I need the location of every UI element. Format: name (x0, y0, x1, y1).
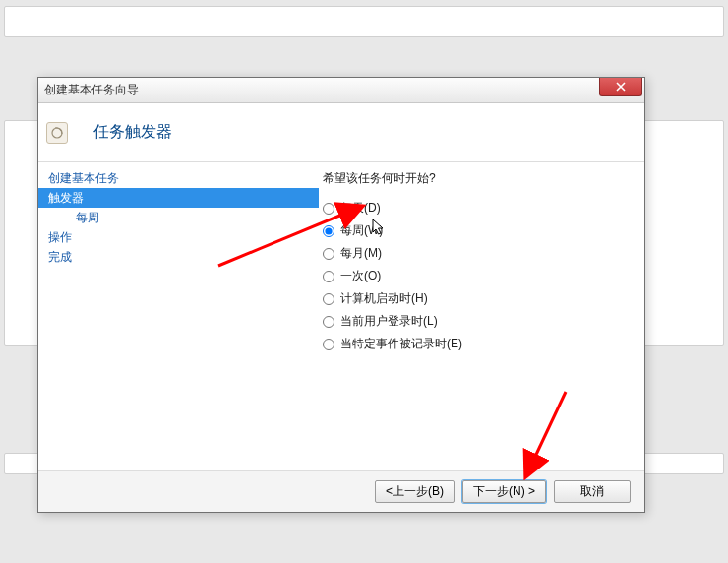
sidebar-item-label: 触发器 (48, 191, 84, 205)
close-button[interactable] (599, 78, 642, 96)
sidebar-item-label: 完成 (48, 250, 72, 264)
cancel-button[interactable]: 取消 (554, 480, 631, 503)
trigger-option-event[interactable]: 当特定事件被记录时(E) (323, 333, 644, 355)
titlebar: 创建基本任务向导 (38, 78, 644, 103)
next-button[interactable]: 下一步(N) > (462, 480, 546, 503)
radio-label: 每天(D) (340, 200, 381, 217)
trigger-prompt: 希望该任务何时开始? (323, 170, 644, 187)
trigger-option-once[interactable]: 一次(O) (323, 265, 644, 287)
sidebar-item[interactable]: 触发器 (38, 188, 319, 208)
footer: <上一步(B) 下一步(N) > 取消 (38, 470, 644, 512)
radio-label: 当前用户登录时(L) (340, 313, 438, 330)
background-band (4, 6, 724, 37)
trigger-option-startup[interactable]: 计算机启动时(H) (323, 287, 644, 310)
sidebar-item-label: 操作 (48, 230, 72, 244)
trigger-option-logon[interactable]: 当前用户登录时(L) (323, 310, 644, 333)
sidebar-item[interactable]: 完成 (38, 247, 319, 267)
trigger-option-daily[interactable]: 每天(D) (323, 197, 644, 219)
trigger-options: 每天(D)每周(W)每月(M)一次(O)计算机启动时(H)当前用户登录时(L)当… (323, 197, 644, 355)
radio-event[interactable] (323, 339, 334, 350)
header-section: 任务触发器 (38, 103, 644, 162)
close-icon (616, 82, 626, 92)
sidebar-item-label: 每周 (76, 211, 99, 224)
dialog-title: 创建基本任务向导 (44, 82, 139, 98)
header-title: 任务触发器 (93, 122, 172, 143)
content: 创建基本任务触发器每周操作完成 希望该任务何时开始? 每天(D)每周(W)每月(… (38, 162, 644, 470)
sidebar-item-label: 创建基本任务 (48, 171, 119, 185)
trigger-option-weekly[interactable]: 每周(W) (323, 219, 644, 242)
radio-label: 一次(O) (340, 268, 381, 284)
sidebar-item[interactable]: 每周 (38, 208, 319, 227)
wizard-header-icon (46, 122, 68, 144)
radio-startup[interactable] (323, 293, 334, 305)
radio-daily[interactable] (323, 203, 334, 215)
sidebar-item[interactable]: 操作 (38, 227, 319, 247)
radio-label: 每月(M) (340, 245, 382, 262)
wizard-sidebar: 创建基本任务触发器每周操作完成 (38, 162, 319, 470)
radio-label: 当特定事件被记录时(E) (340, 336, 462, 352)
radio-label: 计算机启动时(H) (340, 290, 428, 307)
wizard-dialog: 创建基本任务向导 任务触发器 创建基本任务触发器每周操作完成 希望该任务何时开始… (37, 77, 645, 513)
radio-logon[interactable] (323, 316, 334, 328)
radio-weekly[interactable] (323, 225, 334, 237)
sidebar-item[interactable]: 创建基本任务 (38, 168, 319, 188)
wizard-main: 希望该任务何时开始? 每天(D)每周(W)每月(M)一次(O)计算机启动时(H)… (319, 162, 644, 470)
radio-monthly[interactable] (323, 248, 334, 260)
radio-label: 每周(W) (340, 222, 383, 239)
trigger-option-monthly[interactable]: 每月(M) (323, 242, 644, 265)
radio-once[interactable] (323, 271, 334, 282)
back-button[interactable]: <上一步(B) (375, 480, 455, 503)
